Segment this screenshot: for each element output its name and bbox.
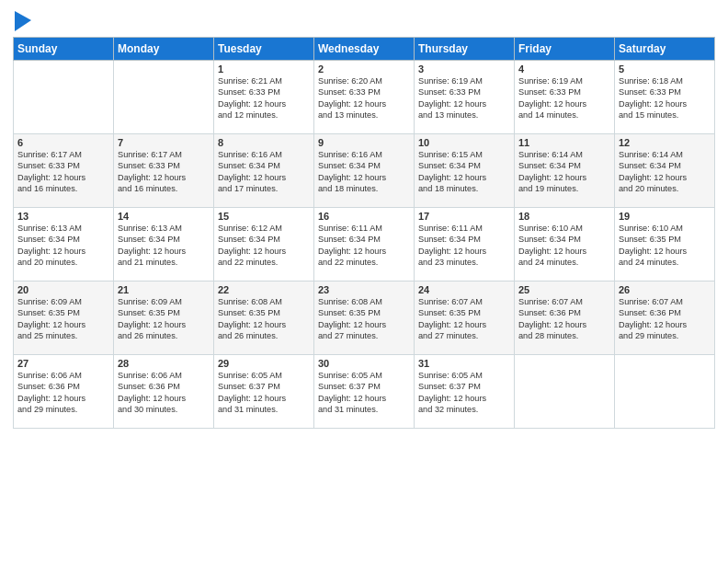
calendar-week-3: 13Sunrise: 6:13 AMSunset: 6:34 PMDayligh… <box>14 208 715 282</box>
calendar-cell <box>114 61 214 134</box>
cell-info: Sunrise: 6:14 AMSunset: 6:34 PMDaylight:… <box>619 149 711 195</box>
calendar-cell: 20Sunrise: 6:09 AMSunset: 6:35 PMDayligh… <box>14 282 114 355</box>
day-header-saturday: Saturday <box>615 38 715 61</box>
day-number: 23 <box>318 284 410 295</box>
day-number: 10 <box>418 137 510 148</box>
calendar-cell: 9Sunrise: 6:16 AMSunset: 6:34 PMDaylight… <box>314 134 415 208</box>
day-number: 17 <box>418 211 510 222</box>
cell-info: Sunrise: 6:06 AMSunset: 6:36 PMDaylight:… <box>17 370 109 416</box>
cell-info: Sunrise: 6:05 AMSunset: 6:37 PMDaylight:… <box>318 370 410 416</box>
cell-info: Sunrise: 6:14 AMSunset: 6:34 PMDaylight:… <box>518 149 610 195</box>
calendar-cell: 5Sunrise: 6:18 AMSunset: 6:33 PMDaylight… <box>615 61 715 134</box>
calendar-week-5: 27Sunrise: 6:06 AMSunset: 6:36 PMDayligh… <box>14 355 715 429</box>
day-number: 15 <box>218 211 310 222</box>
calendar-cell: 14Sunrise: 6:13 AMSunset: 6:34 PMDayligh… <box>114 208 214 282</box>
calendar-cell: 19Sunrise: 6:10 AMSunset: 6:35 PMDayligh… <box>615 208 715 282</box>
day-header-friday: Friday <box>515 38 615 61</box>
calendar-table: SundayMondayTuesdayWednesdayThursdayFrid… <box>13 37 715 429</box>
calendar-cell <box>515 355 615 429</box>
day-number: 28 <box>118 358 210 369</box>
calendar-cell: 23Sunrise: 6:08 AMSunset: 6:35 PMDayligh… <box>314 282 415 355</box>
page: SundayMondayTuesdayWednesdayThursdayFrid… <box>0 0 728 563</box>
day-number: 1 <box>218 63 310 75</box>
cell-info: Sunrise: 6:17 AMSunset: 6:33 PMDaylight:… <box>17 149 109 195</box>
cell-info: Sunrise: 6:09 AMSunset: 6:35 PMDaylight:… <box>17 296 109 342</box>
cell-info: Sunrise: 6:16 AMSunset: 6:34 PMDaylight:… <box>318 149 410 195</box>
day-number: 22 <box>218 284 310 295</box>
calendar-cell: 1Sunrise: 6:21 AMSunset: 6:33 PMDaylight… <box>214 61 314 134</box>
cell-info: Sunrise: 6:05 AMSunset: 6:37 PMDaylight:… <box>218 370 310 416</box>
header <box>13 9 715 31</box>
day-number: 9 <box>318 137 410 148</box>
calendar-cell: 31Sunrise: 6:05 AMSunset: 6:37 PMDayligh… <box>415 355 515 429</box>
cell-info: Sunrise: 6:08 AMSunset: 6:35 PMDaylight:… <box>218 296 310 342</box>
cell-info: Sunrise: 6:06 AMSunset: 6:36 PMDaylight:… <box>118 370 210 416</box>
cell-info: Sunrise: 6:05 AMSunset: 6:37 PMDaylight:… <box>418 370 510 416</box>
calendar-cell: 24Sunrise: 6:07 AMSunset: 6:35 PMDayligh… <box>415 282 515 355</box>
cell-info: Sunrise: 6:10 AMSunset: 6:34 PMDaylight:… <box>518 223 610 269</box>
cell-info: Sunrise: 6:19 AMSunset: 6:33 PMDaylight:… <box>418 75 510 121</box>
calendar-cell: 21Sunrise: 6:09 AMSunset: 6:35 PMDayligh… <box>114 282 214 355</box>
calendar-cell: 2Sunrise: 6:20 AMSunset: 6:33 PMDaylight… <box>314 61 415 134</box>
calendar-cell: 22Sunrise: 6:08 AMSunset: 6:35 PMDayligh… <box>214 282 314 355</box>
cell-info: Sunrise: 6:13 AMSunset: 6:34 PMDaylight:… <box>118 223 210 269</box>
calendar-cell: 13Sunrise: 6:13 AMSunset: 6:34 PMDayligh… <box>14 208 114 282</box>
calendar-cell: 4Sunrise: 6:19 AMSunset: 6:33 PMDaylight… <box>515 61 615 134</box>
day-number: 14 <box>118 211 210 222</box>
day-number: 27 <box>17 358 109 369</box>
calendar-cell: 17Sunrise: 6:11 AMSunset: 6:34 PMDayligh… <box>415 208 515 282</box>
day-number: 6 <box>17 137 109 148</box>
cell-info: Sunrise: 6:20 AMSunset: 6:33 PMDaylight:… <box>318 75 410 121</box>
cell-info: Sunrise: 6:07 AMSunset: 6:35 PMDaylight:… <box>418 296 510 342</box>
day-number: 2 <box>318 63 410 75</box>
cell-info: Sunrise: 6:10 AMSunset: 6:35 PMDaylight:… <box>619 223 711 269</box>
calendar-cell <box>14 61 114 134</box>
cell-info: Sunrise: 6:07 AMSunset: 6:36 PMDaylight:… <box>619 296 711 342</box>
calendar-cell: 27Sunrise: 6:06 AMSunset: 6:36 PMDayligh… <box>14 355 114 429</box>
calendar-cell: 25Sunrise: 6:07 AMSunset: 6:36 PMDayligh… <box>515 282 615 355</box>
calendar-cell: 26Sunrise: 6:07 AMSunset: 6:36 PMDayligh… <box>615 282 715 355</box>
day-number: 7 <box>118 137 210 148</box>
day-number: 3 <box>418 63 510 75</box>
day-number: 5 <box>619 63 711 75</box>
calendar-cell: 12Sunrise: 6:14 AMSunset: 6:34 PMDayligh… <box>615 134 715 208</box>
calendar-week-1: 1Sunrise: 6:21 AMSunset: 6:33 PMDaylight… <box>14 61 715 134</box>
day-number: 11 <box>518 137 610 148</box>
day-number: 30 <box>318 358 410 369</box>
day-number: 25 <box>518 284 610 295</box>
cell-info: Sunrise: 6:19 AMSunset: 6:33 PMDaylight:… <box>518 75 610 121</box>
calendar-cell: 28Sunrise: 6:06 AMSunset: 6:36 PMDayligh… <box>114 355 214 429</box>
day-number: 26 <box>619 284 711 295</box>
day-number: 21 <box>118 284 210 295</box>
cell-info: Sunrise: 6:17 AMSunset: 6:33 PMDaylight:… <box>118 149 210 195</box>
day-number: 19 <box>619 211 711 222</box>
day-number: 24 <box>418 284 510 295</box>
svg-marker-0 <box>15 11 31 31</box>
calendar-header-row: SundayMondayTuesdayWednesdayThursdayFrid… <box>14 38 715 61</box>
cell-info: Sunrise: 6:21 AMSunset: 6:33 PMDaylight:… <box>218 75 310 121</box>
calendar-week-2: 6Sunrise: 6:17 AMSunset: 6:33 PMDaylight… <box>14 134 715 208</box>
cell-info: Sunrise: 6:07 AMSunset: 6:36 PMDaylight:… <box>518 296 610 342</box>
cell-info: Sunrise: 6:11 AMSunset: 6:34 PMDaylight:… <box>418 223 510 269</box>
logo <box>13 13 31 31</box>
day-header-wednesday: Wednesday <box>314 38 415 61</box>
logo-icon <box>15 11 31 31</box>
calendar-cell: 15Sunrise: 6:12 AMSunset: 6:34 PMDayligh… <box>214 208 314 282</box>
cell-info: Sunrise: 6:09 AMSunset: 6:35 PMDaylight:… <box>118 296 210 342</box>
cell-info: Sunrise: 6:13 AMSunset: 6:34 PMDaylight:… <box>17 223 109 269</box>
calendar-cell: 10Sunrise: 6:15 AMSunset: 6:34 PMDayligh… <box>415 134 515 208</box>
cell-info: Sunrise: 6:12 AMSunset: 6:34 PMDaylight:… <box>218 223 310 269</box>
day-number: 16 <box>318 211 410 222</box>
day-number: 8 <box>218 137 310 148</box>
cell-info: Sunrise: 6:08 AMSunset: 6:35 PMDaylight:… <box>318 296 410 342</box>
day-number: 20 <box>17 284 109 295</box>
day-header-sunday: Sunday <box>14 38 114 61</box>
day-header-tuesday: Tuesday <box>214 38 314 61</box>
day-number: 29 <box>218 358 310 369</box>
calendar-cell: 8Sunrise: 6:16 AMSunset: 6:34 PMDaylight… <box>214 134 314 208</box>
calendar-cell: 29Sunrise: 6:05 AMSunset: 6:37 PMDayligh… <box>214 355 314 429</box>
calendar-cell <box>615 355 715 429</box>
cell-info: Sunrise: 6:18 AMSunset: 6:33 PMDaylight:… <box>619 75 711 121</box>
calendar-cell: 30Sunrise: 6:05 AMSunset: 6:37 PMDayligh… <box>314 355 415 429</box>
calendar-cell: 11Sunrise: 6:14 AMSunset: 6:34 PMDayligh… <box>515 134 615 208</box>
